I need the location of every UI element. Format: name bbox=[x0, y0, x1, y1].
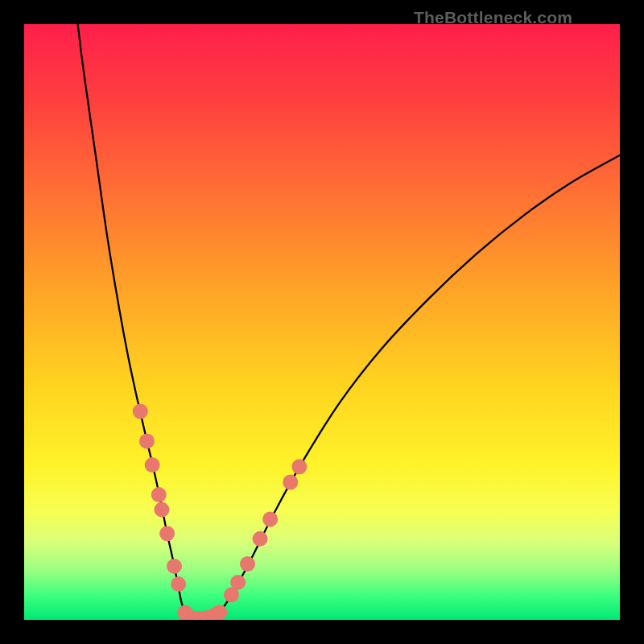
data-point bbox=[224, 587, 239, 602]
data-point bbox=[171, 576, 186, 592]
data-point bbox=[291, 459, 307, 474]
data-point bbox=[240, 556, 255, 572]
data-point bbox=[133, 404, 148, 419]
data-point bbox=[206, 608, 221, 620]
data-point bbox=[154, 502, 169, 518]
data-point bbox=[262, 511, 278, 526]
data-point bbox=[167, 559, 182, 574]
chart-frame: TheBottleneck.com bbox=[0, 0, 644, 644]
data-point bbox=[212, 605, 227, 620]
data-point bbox=[151, 487, 167, 502]
data-point bbox=[253, 531, 268, 547]
data-point bbox=[159, 526, 175, 541]
plot-area bbox=[24, 24, 620, 620]
data-point bbox=[139, 434, 155, 449]
data-point bbox=[230, 575, 246, 590]
data-point bbox=[192, 611, 208, 620]
data-point bbox=[184, 610, 200, 620]
data-point bbox=[177, 605, 192, 620]
data-points bbox=[133, 404, 308, 621]
chart-svg bbox=[24, 24, 620, 620]
data-point bbox=[200, 610, 215, 620]
bottleneck-curve bbox=[78, 24, 620, 619]
data-point bbox=[283, 475, 298, 490]
data-point bbox=[145, 457, 160, 473]
